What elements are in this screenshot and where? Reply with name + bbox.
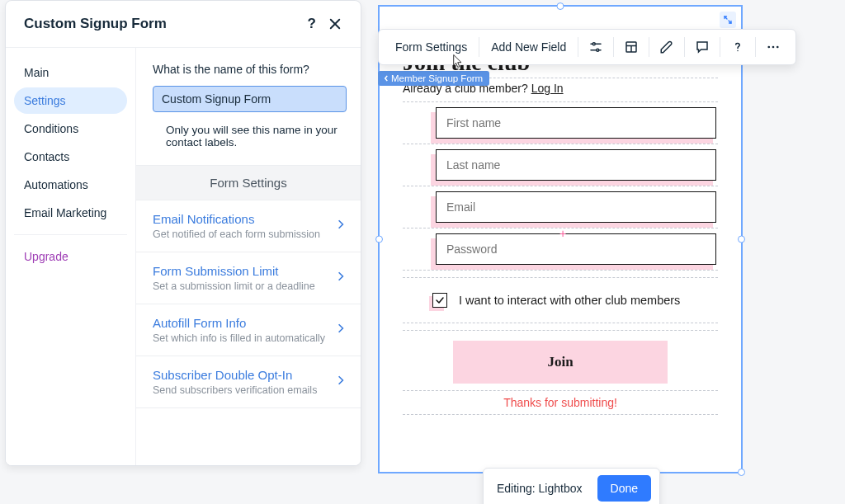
- comment-icon[interactable]: [685, 30, 720, 64]
- chevron-right-icon: [338, 323, 344, 337]
- row-sub: Send subscribers verification emails: [153, 384, 317, 396]
- selection-handle[interactable]: [375, 236, 383, 243]
- row-autofill[interactable]: Autofill Form Info Set which info is fil…: [136, 304, 361, 356]
- interact-checkbox[interactable]: [432, 293, 447, 308]
- toolbar-add-new-field[interactable]: Add New Field: [479, 30, 578, 64]
- settings-panel: Custom Signup Form ? Main Settings Condi…: [5, 0, 361, 466]
- svg-point-13: [772, 46, 775, 49]
- row-title: Form Submission Limit: [153, 264, 315, 278]
- row-title: Email Notifications: [153, 212, 320, 226]
- expand-icon[interactable]: [720, 12, 736, 28]
- helper-text: Only you will see this name in your cont…: [166, 124, 344, 148]
- toolbar-help-icon[interactable]: [720, 30, 755, 64]
- svg-point-14: [777, 46, 779, 49]
- form-name-label: What is the name of this form?: [153, 63, 344, 76]
- editing-bar: Editing: Lightbox Done: [483, 468, 660, 504]
- toolbar-form-settings[interactable]: Form Settings: [384, 30, 479, 64]
- insert-marker-icon: +: [559, 227, 566, 240]
- join-button[interactable]: Join: [453, 341, 668, 384]
- row-double-optin[interactable]: Subscriber Double Opt-In Send subscriber…: [136, 356, 361, 408]
- selection-handle[interactable]: [738, 236, 745, 243]
- manage-fields-icon[interactable]: [578, 30, 613, 64]
- panel-header: Custom Signup Form ?: [6, 1, 361, 48]
- login-link[interactable]: Log In: [531, 82, 564, 95]
- svg-point-12: [768, 46, 771, 49]
- selection-handle[interactable]: [557, 2, 564, 10]
- done-button[interactable]: Done: [597, 475, 651, 502]
- editing-label: Editing: Lightbox: [497, 482, 583, 495]
- sidebar-item-settings[interactable]: Settings: [14, 87, 127, 114]
- section-header-form-settings: Form Settings: [136, 165, 361, 200]
- selection-tag-label: Member Signup Form: [391, 73, 483, 83]
- panel-title: Custom Signup Form: [24, 16, 167, 32]
- svg-point-7: [597, 49, 599, 51]
- chevron-right-icon: [338, 219, 344, 233]
- row-sub: Get notified of each form submission: [153, 228, 320, 240]
- row-sub: Set a submission limit or a deadline: [153, 280, 315, 292]
- password-field[interactable]: [436, 233, 716, 265]
- row-email-notifications[interactable]: Email Notifications Get notified of each…: [136, 200, 361, 252]
- email-field[interactable]: [436, 191, 716, 223]
- selection-handle[interactable]: [738, 469, 745, 476]
- interact-checkbox-label: I want to interact with other club membe…: [459, 294, 680, 307]
- panel-content: What is the name of this form? Only you …: [136, 48, 361, 465]
- thanks-message: Thanks for submitting!: [403, 391, 718, 414]
- selection-tag[interactable]: Member Signup Form: [378, 71, 489, 86]
- sidebar-divider: [14, 234, 127, 235]
- last-name-field[interactable]: [436, 149, 716, 181]
- help-icon[interactable]: ?: [308, 16, 316, 32]
- chevron-right-icon: [338, 374, 344, 389]
- row-sub: Set which info is filled in automaticall…: [153, 332, 325, 344]
- sidebar: Main Settings Conditions Contacts Automa…: [6, 48, 136, 465]
- row-title: Autofill Form Info: [153, 316, 325, 330]
- first-name-field[interactable]: [436, 107, 716, 139]
- element-toolbar: Form Settings Add New Field: [378, 29, 796, 65]
- design-icon[interactable]: [649, 30, 684, 64]
- form-name-input[interactable]: [153, 86, 347, 112]
- row-submission-limit[interactable]: Form Submission Limit Set a submission l…: [136, 252, 361, 304]
- layout-icon[interactable]: [614, 30, 649, 64]
- sidebar-item-automations[interactable]: Automations: [14, 172, 127, 198]
- svg-point-11: [737, 50, 739, 52]
- form-canvas: Join the club Already a club member? Log…: [380, 7, 741, 423]
- sidebar-item-contacts[interactable]: Contacts: [14, 144, 127, 170]
- close-icon[interactable]: [328, 16, 342, 31]
- svg-point-5: [592, 43, 595, 45]
- row-title: Subscriber Double Opt-In: [153, 368, 317, 382]
- sidebar-item-main[interactable]: Main: [14, 59, 127, 86]
- sidebar-item-email-marketing[interactable]: Email Marketing: [14, 200, 127, 226]
- chevron-right-icon: [338, 271, 344, 285]
- sidebar-item-conditions[interactable]: Conditions: [14, 115, 127, 142]
- sidebar-item-upgrade[interactable]: Upgrade: [14, 243, 127, 270]
- more-icon[interactable]: [756, 30, 791, 64]
